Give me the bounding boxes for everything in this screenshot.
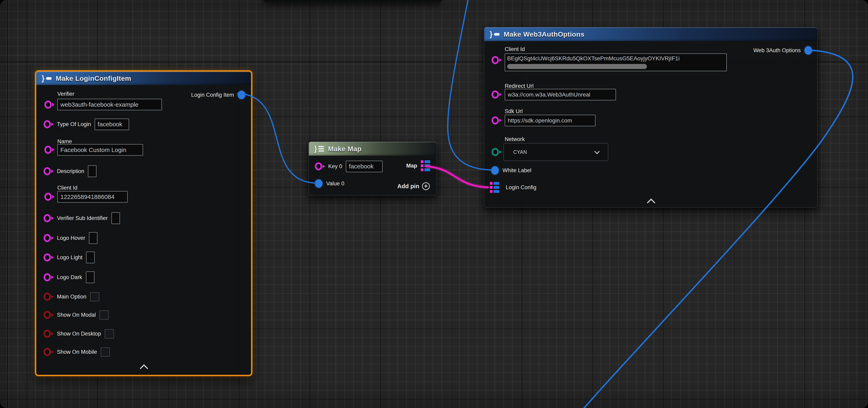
logo-dark-input[interactable]: [86, 271, 94, 283]
collapse-node-chevron-icon[interactable]: [647, 199, 655, 207]
make-struct-icon: }: [490, 30, 500, 39]
description-pin[interactable]: [43, 167, 51, 175]
logo-hover-input[interactable]: [89, 232, 97, 244]
network-label: Network: [505, 136, 525, 142]
show-on-desktop-row: Show On Desktop: [43, 328, 114, 340]
type-of-login-input[interactable]: [95, 118, 129, 130]
verifier-pin[interactable]: [44, 101, 52, 109]
web3auth-options-output-pin[interactable]: [804, 46, 812, 55]
node-header-make-web3authoptions[interactable]: } Make Web3AuthOptions: [484, 27, 817, 41]
white-label-pin[interactable]: [491, 166, 499, 175]
description-row: Description: [43, 165, 96, 177]
web3auth-options-output-label: Web 3Auth Options: [753, 47, 801, 54]
verifier-sub-identifier-label: Verifier Sub Identifier: [57, 215, 108, 222]
show-on-desktop-pin[interactable]: [43, 330, 51, 338]
logo-light-input[interactable]: [86, 251, 95, 263]
main-option-pin[interactable]: [43, 293, 51, 301]
map-output-pin[interactable]: [421, 160, 430, 171]
redirect-url-input[interactable]: [505, 89, 616, 100]
show-on-modal-checkbox[interactable]: [99, 310, 108, 319]
map-output-row: Map: [406, 160, 430, 172]
add-pin-label: Add pin: [397, 183, 419, 190]
value-0-label: Value 0: [326, 180, 344, 187]
output-pin-label: Login Config Item: [191, 92, 234, 98]
name-input[interactable]: [57, 144, 143, 156]
add-pin-button[interactable]: Add pin: [397, 182, 430, 190]
key-0-row: Key 0: [315, 160, 382, 172]
node-title: Make Map: [328, 145, 362, 153]
redirect-url-pin[interactable]: [492, 91, 499, 99]
main-option-label: Main Option: [57, 294, 87, 300]
sdk-url-label: Sdk Url: [505, 108, 523, 114]
collapse-node-chevron-icon[interactable]: [140, 364, 148, 373]
offscreen-node-edge[interactable]: [264, 0, 442, 2]
show-on-mobile-pin[interactable]: [43, 348, 51, 356]
sdk-url-pin[interactable]: [492, 116, 499, 125]
logo-dark-row: Logo Dark: [43, 271, 94, 283]
white-label-label: White Label: [502, 167, 531, 174]
client-id-input[interactable]: [57, 191, 128, 203]
node-header-make-loginconfigitem[interactable]: } Make LoginConfigItem: [36, 72, 251, 85]
description-input[interactable]: [88, 165, 96, 177]
sdk-url-input[interactable]: [505, 115, 595, 126]
login-config-item-output-pin[interactable]: [238, 91, 245, 99]
chevron-down-icon: [594, 149, 600, 154]
client-id-label: Client Id: [57, 185, 78, 191]
logo-hover-label: Logo Hover: [57, 235, 85, 241]
show-on-mobile-row: Show On Mobile: [43, 346, 110, 358]
logo-dark-label: Logo Dark: [57, 274, 82, 280]
make-struct-icon: }: [41, 74, 52, 83]
add-pin-plus-icon: [422, 182, 430, 190]
node-header-make-map[interactable]: } Make Map: [309, 142, 437, 156]
show-on-modal-pin[interactable]: [43, 311, 51, 319]
key-0-pin[interactable]: [315, 162, 322, 170]
show-on-modal-label: Show On Modal: [57, 312, 96, 318]
client-id-scrollbar[interactable]: [507, 64, 647, 69]
show-on-modal-row: Show On Modal: [43, 309, 108, 321]
client-id-pin[interactable]: [492, 56, 499, 64]
network-pin[interactable]: [492, 148, 499, 156]
show-on-mobile-label: Show On Mobile: [57, 349, 97, 355]
key-0-input[interactable]: [346, 161, 382, 172]
network-dropdown[interactable]: CYAN: [503, 143, 608, 161]
logo-light-row: Logo Light: [43, 251, 95, 264]
name-label: Name: [57, 138, 72, 145]
description-label: Description: [57, 168, 84, 174]
show-on-mobile-checkbox[interactable]: [101, 347, 110, 356]
name-pin[interactable]: [44, 146, 52, 154]
logo-hover-pin[interactable]: [43, 234, 51, 242]
client-id-pin[interactable]: [44, 193, 52, 201]
redirect-url-label: Redirect Url: [505, 83, 534, 89]
verifier-label: Verifier: [57, 91, 74, 97]
node-make-web3authoptions[interactable]: } Make Web3AuthOptions Web 3Auth Options…: [484, 27, 818, 208]
verifier-sub-identifier-input[interactable]: [112, 212, 120, 224]
main-option-checkbox[interactable]: [90, 292, 99, 301]
login-config-row: Login Config: [490, 181, 536, 194]
logo-light-pin[interactable]: [43, 253, 51, 262]
key-0-label: Key 0: [328, 163, 342, 170]
node-make-map[interactable]: } Make Map Key 0 Map Value 0 Add pin: [308, 141, 437, 196]
value-0-pin[interactable]: [315, 179, 322, 188]
login-config-pin[interactable]: [490, 182, 499, 193]
type-of-login-row: Type Of Login: [43, 118, 129, 130]
network-dropdown-value: CYAN: [513, 149, 527, 155]
verifier-input[interactable]: [57, 99, 162, 110]
verifier-sub-identifier-pin[interactable]: [43, 214, 51, 222]
type-of-login-pin[interactable]: [43, 120, 51, 128]
client-id-text[interactable]: BEglQSgt4cUWcj6SKRdu5QkOXTsePmMcusG5EAoy…: [505, 54, 726, 63]
logo-dark-pin[interactable]: [43, 273, 51, 281]
value-0-row: Value 0: [315, 177, 344, 190]
show-on-desktop-checkbox[interactable]: [105, 329, 114, 338]
show-on-desktop-label: Show On Desktop: [57, 331, 101, 337]
client-id-label: Client Id: [505, 46, 525, 53]
main-option-row: Main Option: [43, 291, 99, 303]
blueprint-canvas[interactable]: } Make LoginConfigItem Login Config Item…: [0, 0, 868, 408]
web3auth-options-output-row: Web 3Auth Options: [753, 44, 812, 57]
verifier-sub-identifier-row: Verifier Sub Identifier: [43, 212, 120, 224]
map-output-label: Map: [406, 163, 417, 169]
node-make-loginconfigitem[interactable]: } Make LoginConfigItem Login Config Item…: [35, 70, 252, 376]
type-of-login-label: Type Of Login: [57, 121, 91, 128]
client-id-input[interactable]: BEglQSgt4cUWcj6SKRdu5QkOXTsePmMcusG5EAoy…: [505, 54, 727, 71]
make-map-icon: }: [314, 144, 324, 153]
logo-light-label: Logo Light: [57, 254, 83, 261]
